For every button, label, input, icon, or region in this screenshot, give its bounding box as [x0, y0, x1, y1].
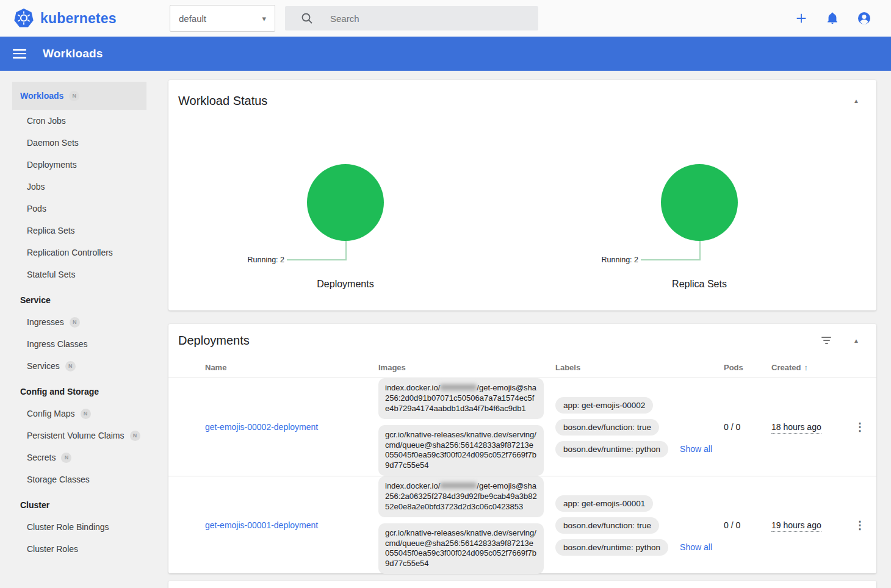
collapse-icon[interactable]: ▲	[853, 98, 859, 104]
new-badge: N	[65, 361, 76, 371]
sidebar-label: Stateful Sets	[27, 270, 75, 279]
sidebar-label: Pods	[27, 204, 46, 213]
column-header-name[interactable]: Name	[195, 363, 378, 372]
sort-ascending-icon: ↑	[804, 363, 808, 372]
column-header-labels[interactable]: Labels	[555, 363, 724, 372]
labels-cell: app: get-emojis-00001boson.dev/function:…	[555, 495, 724, 556]
workload-charts: Running: 2DeploymentsRunning: 2Replica S…	[168, 110, 876, 310]
images-cell: index.docker.io//get-emojis@sha256:2a063…	[378, 476, 555, 574]
deployment-link[interactable]: get-emojis-00001-deployment	[205, 520, 318, 530]
sidebar-item-daemon-sets[interactable]: Daemon Sets	[12, 132, 146, 154]
pods-cell: 0 / 0	[724, 520, 771, 530]
image-chip: gcr.io/knative-releases/knative.dev/serv…	[378, 523, 544, 575]
show-all-link[interactable]: Show all	[680, 542, 712, 552]
bell-icon	[826, 12, 839, 25]
callout-line-vertical	[345, 241, 347, 260]
sidebar-label: Replica Sets	[27, 226, 75, 235]
top-header: kubernetes default ▾	[0, 0, 891, 37]
relative-time: 18 hours ago	[771, 422, 821, 434]
label-chip: boson.dev/function: true	[555, 517, 659, 534]
sidebar-section-config-and-storage: Config and Storage	[12, 381, 146, 403]
search-icon	[301, 12, 313, 24]
deployment-row: get-emojis-00001-deploymentindex.docker.…	[168, 476, 876, 573]
pie-slice-running	[307, 164, 384, 241]
sidebar-label: Cron Jobs	[27, 116, 66, 126]
sidebar-label: Secrets	[27, 453, 56, 462]
main-content: Workload Status ▲ Running: 2DeploymentsR…	[156, 71, 891, 588]
name-cell: get-emojis-00001-deployment	[195, 520, 378, 531]
sidebar-item-replica-sets[interactable]: Replica Sets	[12, 220, 146, 242]
search-bar	[285, 6, 538, 30]
kebab-menu-icon[interactable]: ⋮	[851, 420, 869, 434]
sidebar-item-deployments[interactable]: Deployments	[12, 154, 146, 176]
sidebar-label: Cluster Roles	[27, 544, 78, 554]
account-button[interactable]	[857, 11, 871, 26]
column-header-created[interactable]: Created↑	[771, 363, 851, 372]
sidebar-item-pods[interactable]: Pods	[12, 198, 146, 220]
image-chip: gcr.io/knative-releases/knative.dev/serv…	[378, 425, 544, 476]
page-title: Workloads	[43, 47, 103, 60]
sidebar-item-cron-jobs[interactable]: Cron Jobs	[12, 110, 146, 132]
status-cell	[178, 520, 195, 531]
chart-title: Deployments	[168, 279, 522, 290]
callout-line-horizontal	[641, 259, 699, 260]
namespace-value: default	[179, 13, 206, 24]
sidebar-item-secrets[interactable]: SecretsN	[12, 446, 146, 468]
menu-button[interactable]	[13, 49, 26, 59]
table-body: get-emojis-00002-deploymentindex.docker.…	[168, 378, 876, 573]
plus-icon	[795, 12, 808, 25]
next-card-partial	[168, 581, 876, 588]
name-cell: get-emojis-00002-deployment	[195, 421, 378, 432]
created-cell: 18 hours ago	[771, 421, 851, 432]
labels-cell: app: get-emojis-00002boson.dev/function:…	[555, 397, 724, 457]
sidebar-label: Ingress Classes	[27, 339, 88, 349]
callout-line-horizontal	[287, 259, 345, 260]
workload-status-card: Workload Status ▲ Running: 2DeploymentsR…	[168, 80, 876, 310]
filter-icon[interactable]	[821, 337, 831, 344]
pie-callout-running: Running: 2	[602, 256, 638, 264]
sidebar-section-cluster: Cluster	[12, 494, 146, 516]
sidebar-label: Ingresses	[27, 317, 64, 327]
label-chip: boson.dev/runtime: python	[555, 441, 668, 457]
sidebar-item-ingress-classes[interactable]: Ingress Classes	[12, 333, 146, 355]
sidebar-item-workloads[interactable]: WorkloadsN	[12, 82, 146, 110]
brand: kubernetes	[0, 8, 170, 29]
label-chip: app: get-emojis-00001	[555, 495, 653, 512]
label-chip: boson.dev/function: true	[555, 419, 659, 436]
sidebar-label: Services	[27, 361, 60, 371]
sidebar-item-stateful-sets[interactable]: Stateful Sets	[12, 264, 146, 285]
notifications-button[interactable]	[826, 12, 839, 25]
search-input[interactable]	[330, 13, 513, 24]
pie-callout-running: Running: 2	[248, 256, 284, 264]
collapse-icon[interactable]: ▲	[853, 337, 859, 344]
sidebar-section-service: Service	[12, 289, 146, 311]
row-menu-cell: ⋮	[851, 420, 869, 434]
image-chip: index.docker.io//get-emojis@sha256:2a063…	[378, 476, 544, 517]
pods-cell: 0 / 0	[724, 422, 771, 432]
callout-line-vertical	[699, 241, 701, 260]
sidebar-item-config-maps[interactable]: Config MapsN	[12, 403, 146, 425]
kebab-menu-icon[interactable]: ⋮	[851, 518, 869, 532]
sidebar-item-persistent-volume-claims[interactable]: Persistent Volume ClaimsN	[12, 425, 146, 446]
new-badge: N	[81, 409, 91, 419]
sidebar-item-cluster-role-bindings[interactable]: Cluster Role Bindings	[12, 516, 146, 538]
row-menu-cell: ⋮	[851, 518, 869, 532]
status-cell	[178, 421, 195, 432]
sidebar-item-services[interactable]: ServicesN	[12, 355, 146, 377]
sidebar-item-ingresses[interactable]: IngressesN	[12, 311, 146, 333]
sidebar-nav: WorkloadsNCron JobsDaemon SetsDeployment…	[0, 71, 156, 588]
sidebar-item-cluster-roles[interactable]: Cluster Roles	[12, 538, 146, 560]
show-all-link[interactable]: Show all	[680, 444, 712, 454]
sidebar-label: Workloads	[20, 91, 63, 101]
workload-pie-chart-replica-sets: Running: 2Replica Sets	[522, 110, 876, 310]
sidebar-item-storage-classes[interactable]: Storage Classes	[12, 468, 146, 490]
sidebar-item-replication-controllers[interactable]: Replication Controllers	[12, 242, 146, 264]
chevron-down-icon: ▾	[262, 14, 266, 23]
column-header-pods[interactable]: Pods	[724, 363, 771, 372]
namespace-selector[interactable]: default ▾	[170, 5, 275, 32]
column-header-images[interactable]: Images	[378, 363, 555, 372]
new-badge: N	[69, 91, 79, 101]
deployment-link[interactable]: get-emojis-00002-deployment	[205, 422, 318, 432]
sidebar-item-jobs[interactable]: Jobs	[12, 176, 146, 198]
create-resource-button[interactable]	[795, 12, 808, 25]
